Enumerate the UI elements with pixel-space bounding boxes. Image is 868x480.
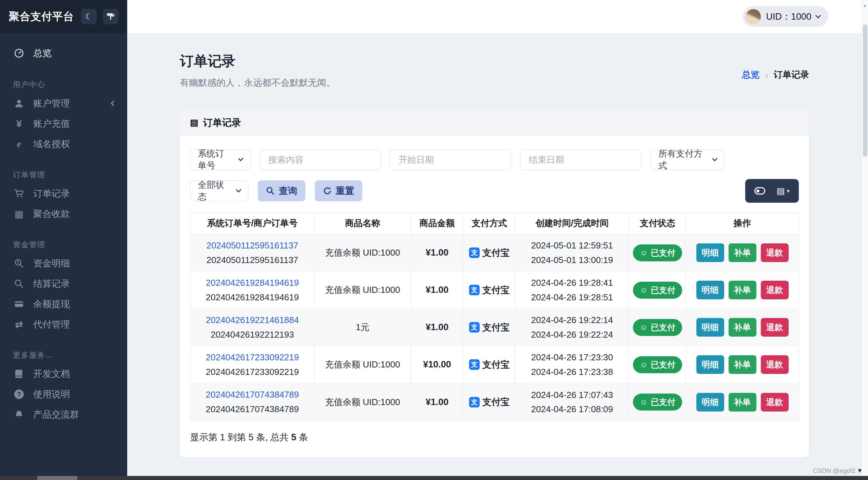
created-time: 2024-04-26 17:07:43 bbox=[531, 388, 613, 402]
breadcrumb-current: 订单记录 bbox=[774, 69, 809, 81]
theme-button[interactable] bbox=[103, 9, 118, 24]
refund-button[interactable]: 退款 bbox=[761, 243, 789, 262]
sidebar-item-overview[interactable]: 总览 bbox=[0, 42, 127, 64]
breadcrumb: 总览 › 订单记录 bbox=[742, 61, 809, 89]
detail-button[interactable]: 明细 bbox=[696, 393, 724, 412]
svg-text:$: $ bbox=[17, 260, 19, 264]
content: 订单记录 有幽默感的人，永远都不会默默无闻。 总览 › 订单记录 ▤ 订单记录 … bbox=[127, 33, 862, 476]
reset-button[interactable]: 重置 bbox=[315, 180, 362, 201]
order-type-select[interactable]: 系统订单号 bbox=[190, 149, 250, 170]
pay-method-label: 支付宝 bbox=[482, 247, 510, 259]
sidebar-item-user-guide[interactable]: ? 使用说明 bbox=[0, 384, 127, 404]
reorder-button[interactable]: 补单 bbox=[729, 281, 756, 299]
globe-icon: e bbox=[13, 139, 25, 149]
system-order-link[interactable]: 2024042617074384789 bbox=[206, 387, 299, 402]
merchant-order-no: 2024042617074384789 bbox=[206, 402, 299, 417]
created-time: 2024-04-26 17:23:30 bbox=[531, 350, 613, 364]
transfer-icon: ⇄ bbox=[13, 319, 25, 330]
sidebar-item-label: 总览 bbox=[33, 47, 52, 59]
card-body: 系统订单号 所有支付方式 bbox=[180, 136, 809, 458]
merchant-order-no: 2024042619284194619 bbox=[206, 290, 299, 305]
dark-mode-button[interactable]: ☾ bbox=[81, 9, 97, 24]
sidebar-item-funds-detail[interactable]: $ 资金明细 bbox=[0, 253, 127, 274]
sidebar-item-domain-auth[interactable]: e 域名授权 bbox=[0, 134, 127, 154]
funds-search-icon: $ bbox=[13, 259, 25, 268]
system-order-link[interactable]: 2024050112595161137 bbox=[206, 238, 298, 253]
table-view-button[interactable]: ▤ ▾ bbox=[774, 185, 792, 197]
query-button[interactable]: 查询 bbox=[258, 180, 305, 201]
footer-total: 5 bbox=[291, 432, 296, 442]
sidebar-item-dev-docs[interactable]: 开发文档 bbox=[0, 364, 127, 384]
search-input[interactable] bbox=[268, 154, 373, 165]
column-header: 商品名称 bbox=[314, 213, 410, 234]
reorder-button[interactable]: 补单 bbox=[729, 355, 756, 374]
refund-button[interactable]: 退款 bbox=[761, 281, 789, 299]
horizontal-scrollbar[interactable] bbox=[0, 476, 868, 480]
detail-button[interactable]: 明细 bbox=[696, 355, 724, 374]
table-footer: 显示第 1 到第 5 条, 总共 5 条 bbox=[190, 431, 799, 443]
scroll-up-icon[interactable]: ▲ bbox=[862, 3, 868, 8]
screen: 聚合支付平台 ☾ 总览 用户中心 账户管理 bbox=[0, 0, 868, 480]
sidebar-item-product-group[interactable]: 产品交流群 bbox=[0, 404, 127, 425]
table-row: 2024042619221461884 20240426192212193 1元… bbox=[190, 309, 798, 346]
status-label: 已支付 bbox=[651, 359, 675, 370]
refund-button[interactable]: 退款 bbox=[761, 393, 789, 412]
sidebar-item-settlement-records[interactable]: 结算记录 bbox=[0, 274, 127, 294]
user-menu[interactable]: UID：1000 bbox=[743, 6, 828, 27]
horizontal-scrollbar-thumb[interactable] bbox=[37, 476, 77, 480]
start-date-input[interactable] bbox=[398, 154, 503, 165]
status-cell: ☺已支付 bbox=[629, 383, 686, 421]
watermark-text: CSDN @egef2 bbox=[813, 467, 855, 475]
sidebar-item-balance-withdraw[interactable]: 余额提现 bbox=[0, 294, 127, 314]
sidebar-item-label: 结算记录 bbox=[33, 278, 70, 290]
refund-button[interactable]: 退款 bbox=[761, 318, 789, 337]
sidebar-item-payout-manage[interactable]: ⇄ 代付管理 bbox=[0, 314, 127, 335]
sidebar-item-account-manage[interactable]: 账户管理 bbox=[0, 93, 127, 114]
sidebar-item-account-recharge[interactable]: ¥ 账户充值 bbox=[0, 114, 127, 134]
vertical-scrollbar-thumb[interactable] bbox=[863, 24, 867, 157]
column-header: 操作 bbox=[686, 213, 798, 234]
pay-method-value: 所有支付方式 bbox=[658, 148, 707, 172]
alipay-icon: 支 bbox=[469, 359, 480, 370]
reset-button-label: 重置 bbox=[336, 185, 354, 197]
breadcrumb-home-link[interactable]: 总览 bbox=[742, 69, 759, 81]
status-cell: ☺已支付 bbox=[629, 234, 686, 271]
status-select[interactable]: 全部状态 bbox=[190, 180, 248, 201]
detail-button[interactable]: 明细 bbox=[696, 318, 724, 337]
order-numbers-cell: 2024042617074384789 2024042617074384789 bbox=[190, 383, 314, 421]
smiley-icon: ☺ bbox=[640, 360, 647, 369]
time-cell: 2024-04-26 17:07:43 2024-04-26 17:08:09 bbox=[515, 383, 629, 421]
refund-button[interactable]: 退款 bbox=[761, 355, 789, 374]
toggle-columns-button[interactable] bbox=[752, 187, 767, 195]
reorder-button[interactable]: 补单 bbox=[729, 393, 756, 412]
system-order-link[interactable]: 2024042619284194619 bbox=[206, 276, 299, 290]
sidebar-item-order-records[interactable]: 订单记录 bbox=[0, 183, 127, 204]
vertical-scrollbar[interactable]: ▲ bbox=[862, 0, 868, 476]
column-header: 系统订单号/商户订单号 bbox=[190, 213, 314, 234]
end-date-input[interactable] bbox=[528, 154, 633, 165]
sidebar-item-aggregate-collection[interactable]: ▦ 聚合收款 bbox=[0, 204, 127, 224]
detail-button[interactable]: 明细 bbox=[696, 243, 724, 262]
created-time: 2024-04-26 19:28:41 bbox=[531, 276, 613, 290]
moon-icon: ☾ bbox=[85, 12, 93, 21]
footer-suffix: 条 bbox=[296, 432, 308, 442]
completed-time: 2024-04-26 19:22:24 bbox=[531, 327, 613, 342]
product-name-cell: 充值余额 UID:1000 bbox=[314, 346, 410, 383]
completed-time: 2024-05-01 13:00:19 bbox=[531, 253, 613, 267]
time-cell: 2024-05-01 12:59:51 2024-05-01 13:00:19 bbox=[515, 234, 629, 271]
card-header: ▤ 订单记录 bbox=[180, 110, 809, 136]
toggle-icon bbox=[754, 187, 765, 195]
page-subtitle: 有幽默感的人，永远都不会默默无闻。 bbox=[180, 77, 335, 89]
pay-method-select[interactable]: 所有支付方式 bbox=[651, 149, 725, 170]
detail-button[interactable]: 明细 bbox=[696, 281, 724, 299]
system-order-link[interactable]: 2024042619221461884 bbox=[206, 313, 299, 327]
reorder-button[interactable]: 补单 bbox=[729, 318, 756, 337]
topbar: UID：1000 bbox=[127, 0, 862, 33]
card-title: 订单记录 bbox=[203, 116, 241, 129]
order-numbers-cell: 2024042619284194619 2024042619284194619 bbox=[190, 272, 314, 308]
sidebar-item-label: 订单记录 bbox=[33, 187, 70, 200]
page-head: 订单记录 有幽默感的人，永远都不会默默无闻。 总览 › 订单记录 bbox=[180, 33, 809, 89]
reorder-button[interactable]: 补单 bbox=[729, 243, 756, 262]
time-cell: 2024-04-26 19:28:41 2024-04-26 19:28:51 bbox=[515, 272, 629, 308]
system-order-link[interactable]: 2024042617233092219 bbox=[206, 350, 299, 365]
